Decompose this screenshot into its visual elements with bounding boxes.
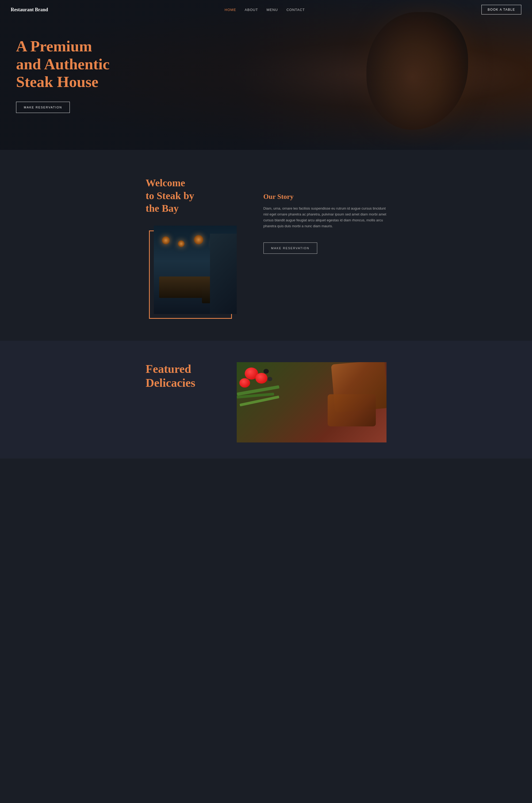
pendant-light-2 bbox=[178, 240, 185, 247]
olive-2 bbox=[267, 377, 272, 381]
about-image-wrapper bbox=[154, 226, 245, 314]
about-reservation-button[interactable]: MAKE RESERVATION bbox=[264, 242, 317, 254]
restaurant-interior-scene bbox=[154, 226, 237, 314]
brand-logo[interactable]: Restaurant Brand bbox=[11, 7, 48, 13]
nav-link-home[interactable]: HOME bbox=[225, 8, 236, 12]
nav-link-menu[interactable]: MENU bbox=[267, 8, 278, 12]
about-title: Welcome to Steak by the Bay bbox=[146, 171, 247, 215]
about-right-col: Our Story Diam, urna, ornare leo facilis… bbox=[258, 171, 386, 254]
pendant-light-3 bbox=[194, 235, 203, 244]
featured-inner: Featured Delicacies bbox=[146, 362, 386, 442]
featured-right-col bbox=[237, 362, 386, 442]
hero-content: A Premium and Authentic Steak House MAKE… bbox=[0, 0, 532, 129]
featured-left-col: Featured Delicacies bbox=[146, 362, 221, 390]
navbar: Restaurant Brand HOME ABOUT MENU CONTACT… bbox=[0, 0, 532, 19]
about-inner: Welcome to Steak by the Bay bbox=[146, 171, 386, 314]
hero-section: A Premium and Authentic Steak House MAKE… bbox=[0, 0, 532, 150]
book-table-button[interactable]: BOOK A TABLE bbox=[481, 5, 521, 15]
tomato-2 bbox=[255, 373, 267, 384]
story-title: Our Story bbox=[264, 193, 386, 201]
nav-links: HOME ABOUT MENU CONTACT bbox=[225, 8, 305, 12]
featured-food-image bbox=[237, 362, 386, 442]
hero-title: A Premium and Authentic Steak House bbox=[16, 37, 150, 91]
tomato-3 bbox=[240, 378, 250, 388]
staircase bbox=[210, 234, 237, 314]
featured-section: Featured Delicacies bbox=[0, 341, 532, 458]
nav-link-contact[interactable]: CONTACT bbox=[286, 8, 305, 12]
about-restaurant-image bbox=[154, 226, 237, 314]
hero-reservation-button[interactable]: MAKE RESERVATION bbox=[16, 102, 70, 113]
about-left-col: Welcome to Steak by the Bay bbox=[146, 171, 258, 314]
nav-link-about[interactable]: ABOUT bbox=[245, 8, 258, 12]
olive-1 bbox=[264, 369, 269, 374]
about-section: Welcome to Steak by the Bay bbox=[0, 150, 532, 314]
pendant-light-1 bbox=[162, 236, 170, 244]
featured-title: Featured Delicacies bbox=[146, 362, 221, 390]
meat-slice-2 bbox=[328, 394, 376, 426]
story-text: Diam, urna, ornare leo facilisis suspend… bbox=[264, 205, 386, 229]
